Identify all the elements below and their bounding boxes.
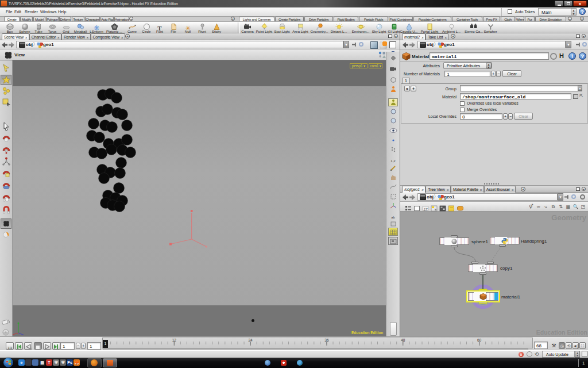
svg-text:60: 60 [477,338,482,342]
svg-text:36: 36 [324,338,329,342]
svg-text:17: 17 [424,208,428,211]
svg-text:24: 24 [248,338,253,342]
svg-text:12: 12 [172,338,177,342]
svg-text:48: 48 [401,338,405,342]
